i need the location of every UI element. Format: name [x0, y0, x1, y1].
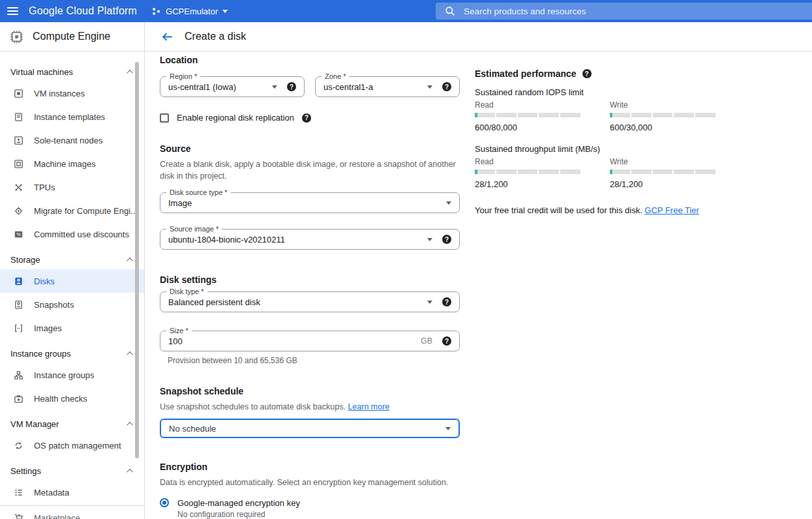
sidebar-item-health-checks[interactable]: Health checks: [0, 387, 144, 410]
product-name: Compute Engine: [33, 31, 110, 42]
instance-groups-icon: [12, 369, 24, 381]
section-storage[interactable]: Storage: [0, 250, 144, 269]
iops-read-value: 600/80,000: [475, 123, 580, 132]
learn-more-link[interactable]: Learn more: [348, 402, 389, 411]
disk-source-type-select[interactable]: Disk source type * Image: [160, 192, 460, 213]
performance-title: Estimated performance: [475, 68, 577, 79]
sidebar-scrollbar[interactable]: [135, 62, 139, 458]
product-home[interactable]: Compute Engine: [0, 22, 145, 51]
gcp-logo[interactable]: Google Cloud Platform: [29, 5, 137, 17]
disk-settings-section-title: Disk settings: [160, 274, 460, 285]
dropdown-caret-icon: [427, 238, 432, 241]
project-name: GCPEmulator: [166, 7, 218, 16]
size-input[interactable]: Size * 100 GB: [160, 331, 460, 351]
section-settings[interactable]: Settings: [0, 461, 144, 481]
free-tier-note: Your free trial credit will be used for …: [475, 205, 723, 215]
section-virtual-machines[interactable]: Virtual machines: [0, 62, 144, 82]
search-bar[interactable]: [436, 3, 812, 20]
source-section-title: Source: [160, 143, 460, 154]
sidebar-item-vm-instances[interactable]: VM instances: [0, 82, 144, 105]
gcp-free-tier-link[interactable]: GCP Free Tier: [644, 205, 699, 215]
os-patch-icon: [12, 439, 24, 451]
marketplace-icon: [12, 512, 24, 519]
chevron-up-icon: [127, 351, 133, 357]
encryption-option-sublabel: No configuration required: [177, 510, 460, 519]
section-instance-groups[interactable]: Instance groups: [0, 344, 144, 363]
dropdown-caret-icon: [427, 85, 432, 89]
dropdown-caret-icon: [427, 301, 432, 304]
source-description: Create a blank disk, apply a bootable di…: [160, 158, 460, 182]
sidebar-item-migrate-for-compute-engine[interactable]: Migrate for Compute Engi...: [0, 199, 144, 222]
sidebar-item-sole-tenant-nodes[interactable]: Sole-tenant nodes: [0, 128, 144, 152]
disk-type-help-icon[interactable]: [442, 297, 451, 306]
search-input[interactable]: [464, 7, 738, 16]
iops-write-value: 600/30,000: [610, 123, 715, 132]
menu-icon[interactable]: [0, 7, 25, 15]
health-checks-icon: [12, 393, 24, 404]
region-help-icon[interactable]: [287, 82, 296, 91]
snapshot-schedule-description: Use snapshot schedules to automate disk …: [160, 401, 460, 413]
throughput-write-value: 28/1,200: [610, 179, 715, 189]
sidebar-item-tpus[interactable]: TPUs: [0, 175, 144, 199]
sidebar-item-machine-images[interactable]: Machine images: [0, 152, 144, 175]
sidebar-item-instance-templates[interactable]: Instance templates: [0, 105, 144, 128]
create-disk-form: Location Region * us-central1 (Iowa) Zon…: [160, 55, 460, 519]
iops-read-label: Read: [475, 100, 580, 110]
encryption-description: Data is encrypted automatically. Select …: [160, 477, 460, 488]
estimated-performance-panel: Estimated performance Sustained random I…: [475, 68, 723, 215]
chevron-up-icon: [127, 257, 133, 263]
sidebar-item-metadata[interactable]: Metadata: [0, 481, 144, 504]
throughput-read-bar: [475, 170, 580, 174]
region-select[interactable]: Region * us-central1 (Iowa): [160, 76, 305, 97]
chevron-up-icon: [127, 69, 133, 76]
sidebar-item-disks[interactable]: Disks: [0, 269, 144, 293]
zone-help-icon[interactable]: [442, 82, 451, 91]
size-help-icon[interactable]: [442, 336, 451, 346]
machine-images-icon: [12, 158, 24, 170]
sidebar-item-os-patch-management[interactable]: OS patch management: [0, 434, 144, 457]
throughput-limit-title: Sustained throughput limit (MB/s): [475, 144, 723, 154]
search-icon: [445, 6, 455, 16]
page-title: Create a disk: [185, 31, 246, 42]
project-icon: [151, 7, 161, 16]
section-vm-manager[interactable]: VM Manager: [0, 414, 144, 434]
chevron-down-icon: [222, 10, 228, 13]
dropdown-caret-icon: [446, 201, 451, 205]
chevron-up-icon: [127, 421, 133, 428]
sidebar-item-marketplace[interactable]: Marketplace: [0, 506, 144, 519]
sidebar-item-images[interactable]: Images: [0, 316, 144, 340]
migrate-icon: [12, 205, 24, 216]
throughput-write-label: Write: [610, 157, 715, 166]
encryption-option-google-managed[interactable]: Google-managed encryption key: [160, 498, 460, 508]
source-image-select[interactable]: Source image * ubuntu-1804-bionic-v20210…: [160, 229, 460, 250]
project-selector[interactable]: GCPEmulator: [151, 7, 228, 16]
snapshot-schedule-section-title: Snapshot schedule: [160, 386, 460, 396]
replication-help-icon[interactable]: [302, 113, 311, 123]
disks-icon: [12, 275, 24, 287]
size-helper-text: Provision between 10 and 65,536 GB: [160, 356, 460, 365]
sidebar-item-snapshots[interactable]: Snapshots: [0, 293, 144, 316]
sidebar-item-instance-groups[interactable]: Instance groups: [0, 363, 144, 387]
sidebar-item-committed-use-discounts[interactable]: % Committed use discounts: [0, 222, 144, 246]
sidebar-nav: Virtual machines VM instances Instance t…: [0, 52, 145, 519]
disk-type-select[interactable]: Disk type * Balanced persistent disk: [160, 291, 460, 312]
discounts-icon: %: [12, 228, 24, 240]
radio-selected-icon[interactable]: [160, 498, 169, 507]
compute-engine-icon: [8, 29, 25, 45]
back-button[interactable]: [161, 31, 173, 43]
vm-instances-icon: [12, 87, 24, 99]
metadata-icon: [12, 486, 24, 498]
encryption-section-title: Encryption: [160, 462, 460, 472]
throughput-read-label: Read: [475, 157, 580, 166]
tpus-icon: [12, 181, 24, 193]
iops-write-bar: [610, 113, 715, 117]
zone-select[interactable]: Zone * us-central1-a: [315, 76, 460, 97]
performance-help-icon[interactable]: [582, 69, 592, 78]
snapshot-schedule-select[interactable]: No schedule: [160, 419, 460, 438]
dropdown-caret-icon: [272, 85, 277, 89]
source-image-help-icon[interactable]: [442, 235, 451, 244]
images-icon: [12, 322, 24, 334]
sub-header: Compute Engine Create a disk: [0, 22, 812, 52]
replication-checkbox[interactable]: [160, 113, 169, 123]
throughput-read-value: 28/1,200: [475, 179, 580, 189]
